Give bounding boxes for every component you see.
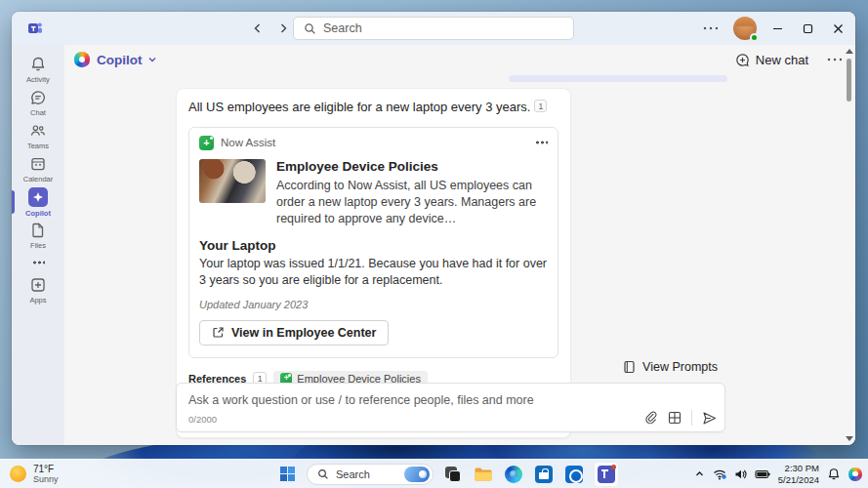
wifi-icon[interactable] xyxy=(713,468,726,480)
forward-button[interactable] xyxy=(275,20,291,36)
teams-taskbar-button[interactable] xyxy=(594,462,619,487)
sun-icon xyxy=(10,466,26,482)
add-apps-icon xyxy=(29,276,47,294)
notifications-bell-icon[interactable] xyxy=(827,468,841,481)
presence-available-badge xyxy=(750,33,759,42)
copilot-logo-icon xyxy=(74,52,90,67)
card-section-title: Your Laptop xyxy=(199,238,548,253)
calendar-icon xyxy=(29,155,47,173)
volume-icon[interactable] xyxy=(734,468,747,480)
teams-notification-dot xyxy=(611,465,616,469)
teams-window: Search xyxy=(12,12,855,445)
view-prompts-button[interactable]: View Prompts xyxy=(623,360,718,374)
taskbar-search-label: Search xyxy=(336,468,370,480)
weather-temp: 71°F xyxy=(33,464,59,475)
app-title: Copilot xyxy=(97,53,143,67)
clock-date: 5/21/2024 xyxy=(778,474,819,485)
hidden-icons-chevron[interactable] xyxy=(694,468,705,479)
send-icon[interactable] xyxy=(702,411,717,426)
weather-widget[interactable]: 71°F Sunny xyxy=(10,464,59,485)
scrollbar-thumb[interactable] xyxy=(847,59,851,102)
minimize-button[interactable] xyxy=(772,23,783,34)
copilot-pane: Copilot New chat xyxy=(64,45,855,445)
now-assist-icon: + xyxy=(199,136,214,150)
user-message-bubble-edge xyxy=(509,75,727,82)
title-bar: Search xyxy=(12,12,855,45)
taskbar-search[interactable]: Search xyxy=(307,464,434,485)
scrollbar[interactable] xyxy=(843,45,854,445)
external-link-icon xyxy=(212,326,225,339)
microsoft-store-button[interactable] xyxy=(533,464,555,485)
apps-grid-icon[interactable] xyxy=(668,411,682,425)
sidebar-item-copilot[interactable]: Copilot xyxy=(12,185,64,219)
sidebar-item-calendar[interactable]: Calendar xyxy=(12,152,64,185)
now-assist-card: + Now Assist Employee Device Policies Ac… xyxy=(188,127,558,358)
input-placeholder: Ask a work question or use / to referenc… xyxy=(188,393,534,407)
card-more-icon[interactable] xyxy=(535,141,548,144)
teams-search-input[interactable]: Search xyxy=(293,17,574,40)
scroll-up-arrow[interactable] xyxy=(846,49,853,54)
sidebar-more-apps-icon[interactable] xyxy=(12,252,64,273)
attach-icon[interactable] xyxy=(644,411,658,425)
clock-time: 2:30 PM xyxy=(778,463,819,473)
edge-browser-button[interactable] xyxy=(503,464,524,485)
new-chat-plus-icon xyxy=(735,53,750,67)
card-updated-note: Updated January 2023 xyxy=(199,299,548,310)
search-icon xyxy=(304,22,316,35)
task-view-button[interactable] xyxy=(442,464,464,485)
outlook-button[interactable] xyxy=(563,464,585,485)
windows-taskbar: 71°F Sunny Search xyxy=(0,459,868,488)
card-source: Now Assist xyxy=(221,137,275,148)
sidebar-item-apps[interactable]: Apps xyxy=(12,273,64,306)
copilot-taskbar-icon[interactable] xyxy=(848,468,862,481)
battery-icon[interactable] xyxy=(755,469,770,479)
pane-more-icon[interactable] xyxy=(826,58,842,61)
selected-indicator xyxy=(12,190,15,214)
message-input[interactable]: Ask a work question or use / to referenc… xyxy=(176,383,725,432)
prompt-book-icon xyxy=(623,360,636,374)
composer-area: View Prompts Ask a work question or use … xyxy=(176,360,725,432)
sidebar-item-teams[interactable]: Teams xyxy=(12,119,64,152)
chat-bubble-icon xyxy=(29,89,47,106)
sidebar-item-chat[interactable]: Chat xyxy=(12,86,64,119)
card-title: Employee Device Policies xyxy=(276,159,548,174)
teams-logo-icon xyxy=(27,20,43,36)
start-button[interactable] xyxy=(276,464,298,485)
citation-badge[interactable]: 1 xyxy=(534,100,547,112)
ai-message-text: All US employees are eligible for a new … xyxy=(188,100,558,116)
sidebar-item-activity[interactable]: Activity xyxy=(12,53,64,86)
weather-condition: Sunny xyxy=(33,474,59,484)
file-explorer-button[interactable] xyxy=(473,464,494,485)
bell-icon xyxy=(29,56,47,73)
divider xyxy=(691,410,692,426)
chevron-down-icon[interactable] xyxy=(147,55,157,64)
card-thumbnail-image xyxy=(199,159,266,203)
app-rail: Activity Chat Teams Calendar xyxy=(12,45,64,445)
titlebar-more-icon[interactable] xyxy=(702,26,718,30)
search-placeholder: Search xyxy=(323,21,362,35)
clock[interactable]: 2:30 PM 5/21/2024 xyxy=(778,463,819,485)
maximize-button[interactable] xyxy=(803,23,813,34)
sidebar-item-files[interactable]: Files xyxy=(12,219,64,252)
new-chat-button[interactable]: New chat xyxy=(735,53,808,67)
search-icon xyxy=(317,468,329,480)
people-icon xyxy=(29,122,47,140)
scroll-down-arrow[interactable] xyxy=(846,436,853,441)
view-in-employee-center-button[interactable]: View in Employee Center xyxy=(199,320,389,346)
char-counter: 0/2000 xyxy=(188,414,217,425)
copilot-app-icon xyxy=(28,187,48,207)
card-description: According to Now Assist, all US employee… xyxy=(276,178,548,227)
avatar[interactable] xyxy=(733,17,757,40)
search-highlight-icon xyxy=(404,467,430,482)
copilot-header: Copilot New chat xyxy=(64,45,855,74)
close-button[interactable] xyxy=(833,23,844,34)
card-section-text: Your laptop was issued 1/1/21. Because y… xyxy=(199,256,548,290)
back-button[interactable] xyxy=(250,20,266,36)
document-icon xyxy=(29,222,47,239)
